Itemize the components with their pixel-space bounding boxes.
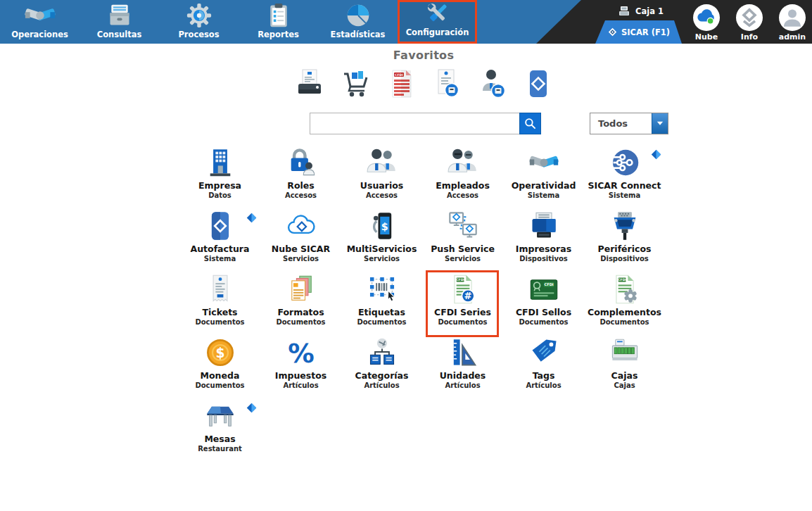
menu-item-consultas[interactable]: Consultas [80,0,159,44]
grid-item-sublabel: Servicios [445,255,481,263]
config-grid: Empresa Datos Roles Accesos Usuarios Acc… [179,146,812,462]
phone-dollar-icon: $ [367,210,398,241]
user-avatar-icon [779,4,806,31]
menu-item-configuracion[interactable]: Configuración [398,0,477,44]
cloud-diamond-icon [286,210,317,241]
svg-text:#: # [464,291,471,301]
favorite-ticket-printer-icon[interactable] [294,68,325,99]
module-label: SICAR (F1) [621,27,670,37]
menu-item-label: Operaciones [11,30,68,39]
price-tag-icon [528,337,559,368]
grid-item-label: SICAR Connect [588,180,661,191]
menu-item-procesos[interactable]: Procesos [159,0,239,44]
grid-item-roles[interactable]: Roles Accesos [260,146,341,209]
search-input[interactable] [310,113,519,134]
menu-item-label: Configuración [406,27,469,37]
grid-item-usuarios[interactable]: Usuarios Accesos [341,146,422,209]
grid-item-label: Moneda [201,370,240,381]
menu-item-reportes[interactable]: Reportes [239,0,318,44]
pie-chart-icon [342,3,374,28]
menu-item-operaciones[interactable]: Operaciones [0,0,80,44]
top-bar: Operaciones Consultas Procesos Reportes … [0,0,812,44]
category-tree-icon [367,337,398,368]
grid-item-sublabel: Datos [208,191,231,199]
grid-item-cfdi-sellos[interactable]: CFDI CFDI Sellos Documentos [503,272,584,336]
cash-register-icon [617,6,631,17]
caret-down-icon [656,121,664,126]
ticket-printer-icon [294,68,325,99]
grid-item-multiservicios[interactable]: $ MultiServicios Servicios [341,209,422,272]
grid-item-sublabel: Accesos [366,191,398,199]
gear-icon [183,3,215,28]
grid-item-label: Complementos [588,307,661,317]
grid-item-sublabel: Documentos [600,318,649,326]
grid-item-sublabel: Artículos [283,381,318,389]
vga-connector-icon [609,210,640,241]
grid-item-operatividad[interactable]: Operatividad Sistema [503,146,584,209]
grid-item-unidades[interactable]: Unidades Artículos [422,336,503,399]
grid-item-impuestos[interactable]: % Impuestos Artículos [260,336,341,399]
status-admin[interactable]: admin [778,4,806,42]
grid-item-label: Impuestos [275,370,326,381]
grid-item-autofactura[interactable]: Autofactura Sistema [179,209,260,272]
search-button[interactable] [519,113,541,134]
printer-icon [528,210,559,241]
svg-text:%: % [288,338,314,368]
favorite-sicar-card-icon[interactable] [523,68,554,99]
grid-item-etiquetas[interactable]: Etiquetas Documentos [341,272,422,336]
status-info[interactable]: Info [735,4,763,42]
favorite-user-badge-icon[interactable] [477,68,508,99]
grid-item-impresoras[interactable]: Impresoras Dispositivos [503,209,584,272]
diamond-icon [608,27,617,37]
diamond-badge-icon [651,149,661,160]
grid-item-categorias[interactable]: Categorías Artículos [341,336,422,399]
archive-drawer-icon [103,3,136,28]
grid-item-label: Empleados [436,180,490,191]
favorite-cfdi-document-icon[interactable]: CFDI [386,68,417,99]
coin-icon: $ [205,337,236,368]
svg-text:CFDI: CFDI [544,282,553,286]
grid-item-sublabel: Documentos [276,318,325,326]
filter-caret-button[interactable] [652,113,668,134]
grid-item-label: Impresoras [516,244,571,254]
receipt-badge-icon [431,68,462,99]
menu-item-label: Procesos [178,30,219,39]
grid-item-sublabel: Documentos [195,318,244,326]
grid-item-perifericos[interactable]: Periféricos Dispositivos [584,209,665,272]
grid-item-nube-sicar[interactable]: Nube SICAR Servicios [260,209,341,272]
grid-item-label: Tickets [202,307,237,317]
cfdi-document-icon: CFDI [386,68,417,99]
grid-item-complementos[interactable]: CFDI Complementos Documentos [584,272,665,336]
favorites-title: Favoritos [35,49,812,62]
grid-item-empresa[interactable]: Empresa Datos [179,146,260,209]
filter-dropdown[interactable]: Todos [590,113,668,134]
grid-item-cajas[interactable]: Cajas Cajas [584,336,665,399]
handshake-icon [24,3,56,28]
grid-item-label: Operatividad [512,180,576,191]
grid-item-sicar-connect[interactable]: SICAR Connect Sistema [584,146,665,209]
favorite-receipt-badge-icon[interactable] [431,68,462,99]
grid-item-empleados[interactable]: Empleados Accesos [422,146,503,209]
cfdi-series-icon: CFDI# [448,274,478,305]
grid-item-sublabel: Servicios [283,255,319,263]
grid-item-formatos[interactable]: Formatos Documentos [260,272,341,336]
menu-item-estadisticas[interactable]: Estadísticas [318,0,398,44]
status-nube[interactable]: Nube [692,4,721,42]
grid-item-label: Push Service [431,244,495,254]
grid-item-sublabel: Artículos [526,381,561,389]
grid-item-mesas[interactable]: Mesas Restaurant [179,399,260,462]
status-area: Nube Info admin [692,4,806,42]
grid-item-label: Mesas [204,434,235,444]
sicar-module-ribbon[interactable]: SICAR (F1) [595,20,683,44]
status-label: Nube [695,32,718,42]
grid-item-cfdi-series[interactable]: CFDI# CFDI Series Documentos [422,272,503,336]
ruler-triangle-icon [448,337,478,368]
grid-item-tags[interactable]: Tags Artículos [503,336,584,399]
grid-item-tickets[interactable]: Tickets Documentos [179,272,260,336]
grid-item-moneda[interactable]: $ Moneda Documentos [179,336,260,399]
grid-item-sublabel: Accesos [447,191,478,199]
favorite-shopping-cart-icon[interactable] [340,68,371,99]
grid-item-label: Empresa [198,180,241,191]
grid-item-sublabel: Documentos [438,318,487,326]
grid-item-push-service[interactable]: Push Service Servicios [422,209,503,272]
